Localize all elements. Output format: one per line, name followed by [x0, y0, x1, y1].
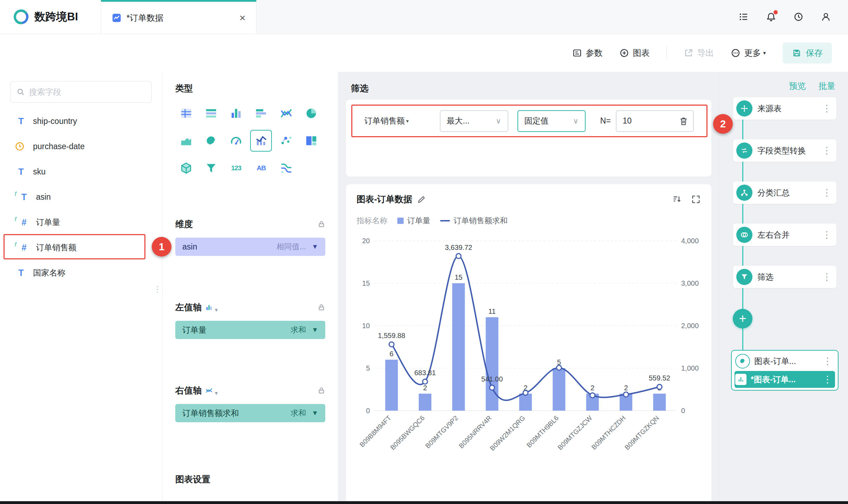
node-menu-icon[interactable]: ⋮ [823, 356, 832, 367]
lock-icon[interactable] [318, 304, 325, 311]
dimension-pill-asin[interactable]: asin 相同值... ▼ [175, 238, 325, 256]
node-chart-order-bar-selected[interactable]: *图表-订单... ⋮ [735, 371, 835, 388]
chart-type-scatter[interactable] [275, 130, 297, 152]
chart-settings-title: 图表设置 [175, 473, 325, 485]
node-group-summary[interactable]: 分类汇总 ⋮ [733, 181, 836, 204]
lock-icon[interactable] [318, 220, 325, 228]
axis-type-caret-icon[interactable]: ▾ [215, 307, 218, 313]
edit-pencil-icon[interactable] [417, 195, 426, 204]
node-left-right-merge[interactable]: 左右合并 ⋮ [733, 224, 836, 246]
tab-close-icon[interactable]: × [239, 13, 246, 23]
chart-node-group: 图表-订单... ⋮ *图表-订单... ⋮ [731, 350, 839, 391]
chart-type-combo[interactable] [250, 130, 272, 152]
svg-text:4,000: 4,000 [681, 237, 699, 245]
chevron-down-icon[interactable]: ▼ [312, 243, 318, 251]
save-button[interactable]: 保存 [783, 42, 832, 64]
chart-type-bar[interactable] [225, 102, 247, 124]
chart-type-pie[interactable] [300, 102, 322, 124]
svg-text:11: 11 [488, 307, 496, 315]
field-item-order-sales[interactable]: f # 订单销售额 [11, 235, 152, 260]
field-item-ship-country[interactable]: T ship-country [11, 108, 152, 134]
chart-type-text-label[interactable]: AB [250, 157, 272, 179]
chart-type-funnel[interactable] [200, 157, 222, 179]
node-menu-icon[interactable]: ⋮ [823, 374, 832, 385]
left-axis-pill-order-qty[interactable]: 订单量 求和 ▼ [175, 321, 325, 339]
filter-operator-select[interactable]: 最大... ∨ [440, 110, 508, 132]
user-icon[interactable] [820, 11, 832, 23]
field-item-order-qty[interactable]: f # 订单量 [11, 210, 152, 235]
chart-type-gauge[interactable] [225, 130, 247, 152]
convert-icon [736, 142, 752, 159]
field-item-purchase-date[interactable]: purchase-date [11, 134, 152, 159]
add-chart-button[interactable]: 图表 [619, 47, 650, 59]
sort-icon[interactable] [672, 194, 682, 204]
search-icon [17, 87, 25, 97]
circle-plus-icon [619, 48, 629, 58]
field-item-asin[interactable]: f T asin [11, 184, 152, 210]
chart-type-kpi-number[interactable]: 123 [225, 157, 247, 179]
node-menu-icon[interactable]: ⋮ [822, 187, 831, 198]
history-icon[interactable] [792, 11, 804, 23]
annotation-badge-2: 2 [713, 114, 733, 134]
node-filter[interactable]: 筛选 ⋮ [733, 266, 836, 288]
dimension-mode: 相同值... [276, 241, 306, 252]
preview-link[interactable]: 预览 [789, 80, 806, 92]
chevron-down-icon: ∨ [496, 117, 501, 125]
panel-resize-handle[interactable]: ⋮ [153, 284, 162, 294]
tab-title: *订单数据 [126, 12, 163, 24]
node-menu-icon[interactable]: ⋮ [822, 271, 831, 283]
chevron-down-icon[interactable]: ▼ [312, 409, 318, 417]
task-list-icon[interactable] [738, 11, 750, 23]
node-chart-order-map[interactable]: 图表-订单... ⋮ [735, 353, 835, 370]
chart-card: 图表-订单数据 指标名称 订单量 [346, 184, 711, 504]
more-button[interactable]: 更多 ▾ [731, 47, 766, 59]
filter-value-type-select[interactable]: 固定值 ∨ [517, 110, 586, 132]
chart-type-area[interactable] [175, 130, 197, 152]
batch-link[interactable]: 批量 [818, 80, 835, 92]
secondary-toolbar: 参数 图表 导出 更多 ▾ 保存 [0, 34, 848, 72]
chart-type-detail-table[interactable] [200, 102, 222, 124]
text-field-icon: T [15, 116, 27, 126]
svg-text:B09MTGZJCW: B09MTGZJCW [556, 414, 594, 451]
field-item-country-name[interactable]: T 国家名称 [11, 260, 152, 285]
right-axis-section-header: 右值轴 ▾ [175, 385, 325, 396]
legend-item-order-sales-sum[interactable]: 订单销售额求和 [440, 215, 508, 226]
save-label: 保存 [806, 47, 823, 59]
dimension-title: 维度 [175, 218, 193, 230]
field-item-sku[interactable]: T sku [11, 159, 152, 184]
node-field-type-convert[interactable]: 字段类型转换 ⋮ [733, 139, 836, 162]
trash-icon[interactable] [678, 116, 689, 126]
right-axis-pill-order-sales-sum[interactable]: 订单销售额求和 求和 ▼ [175, 404, 325, 422]
chart-type-multi-line[interactable] [275, 102, 297, 124]
node-source-table[interactable]: 来源表 ⋮ [733, 97, 836, 120]
export-button[interactable]: 导出 [684, 47, 714, 59]
search-input[interactable] [29, 87, 146, 97]
lock-icon[interactable] [318, 387, 325, 394]
legend-item-order-qty[interactable]: 订单量 [397, 215, 430, 226]
params-button[interactable]: 参数 [572, 47, 602, 59]
chevron-down-icon[interactable]: ▼ [312, 326, 318, 334]
add-node-button[interactable]: + [733, 309, 752, 329]
chart-type-3d-cube[interactable] [175, 157, 197, 179]
type-section-title: 类型 [175, 82, 325, 94]
tab-order-data[interactable]: *订单数据 × [101, 0, 256, 34]
field-name: 国家名称 [33, 267, 65, 278]
node-menu-icon[interactable]: ⋮ [822, 229, 831, 240]
chart-type-sankey[interactable] [275, 157, 297, 179]
notifications-bell-icon[interactable] [765, 11, 777, 23]
axis-type-caret-icon[interactable]: ▾ [215, 390, 218, 396]
chart-type-stacked-hbar[interactable] [250, 102, 272, 124]
text-field-icon: T [15, 268, 27, 278]
chart-type-treemap[interactable] [300, 130, 322, 152]
dimension-section-header: 维度 [175, 218, 325, 230]
filter-field-selector[interactable]: 订单销售额 ▾ [364, 115, 409, 126]
notification-dot [774, 10, 778, 14]
map-chart-icon [735, 354, 750, 369]
expand-icon[interactable] [691, 194, 701, 204]
n-value-input[interactable] [617, 116, 669, 126]
chart-type-map[interactable] [200, 130, 222, 152]
left-axis-title: 左值轴 [175, 301, 202, 313]
chart-type-table[interactable] [175, 102, 197, 124]
node-menu-icon[interactable]: ⋮ [822, 145, 831, 156]
node-menu-icon[interactable]: ⋮ [822, 103, 831, 114]
